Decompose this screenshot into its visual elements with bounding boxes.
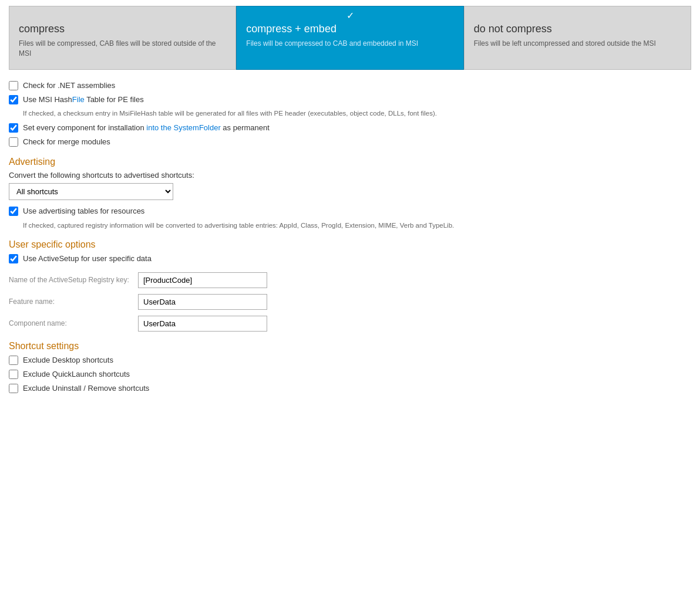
registry-key-input[interactable] [138,272,267,288]
compress-desc: Files will be compressed, CAB files will… [19,39,216,58]
checkmark-icon: ✓ [346,10,354,21]
compress-option[interactable]: compress Files will be compressed, CAB f… [9,6,236,70]
shortcut-settings-section: Shortcut settings Exclude Desktop shortc… [9,341,691,394]
advertising-tables-checkbox[interactable] [9,207,18,216]
exclude-desktop-label[interactable]: Exclude Desktop shortcuts [23,355,113,366]
registry-key-row: Name of the ActiveSetup Registry key: [9,272,691,288]
exclude-quicklaunch-row: Exclude QuickLaunch shortcuts [9,369,691,380]
msi-hash-hint: If checked, a checksum entry in MsiFileH… [23,109,691,118]
advertising-tables-hint: If checked, captured registry informatio… [23,221,691,230]
exclude-desktop-checkbox[interactable] [9,356,18,365]
merge-modules-checkbox[interactable] [9,137,18,147]
shortcuts-dropdown[interactable]: All shortcuts No shortcuts Start Menu sh… [9,183,173,200]
net-assemblies-row: Check for .NET assemblies [9,80,691,91]
compress-embed-desc: Files will be compressed to CAB and embe… [246,39,418,48]
active-setup-label[interactable]: Use ActiveSetup for user specific data [23,253,152,264]
advertising-tables-label[interactable]: Use advertising tables for resources [23,206,144,217]
system-folder-checkbox[interactable] [9,123,18,133]
exclude-uninstall-row: Exclude Uninstall / Remove shortcuts [9,383,691,394]
active-setup-row: Use ActiveSetup for user specific data [9,253,691,264]
component-name-row: Component name: [9,316,691,332]
compress-embed-option[interactable]: ✓ compress + embed Files will be compres… [236,6,463,70]
shortcuts-dropdown-row: All shortcuts No shortcuts Start Menu sh… [9,183,691,200]
exclude-uninstall-label[interactable]: Exclude Uninstall / Remove shortcuts [23,383,149,394]
do-not-compress-title: do not compress [474,23,681,35]
compress-embed-title: compress + embed [246,23,453,35]
active-setup-checkbox[interactable] [9,254,18,263]
compression-options: compress Files will be compressed, CAB f… [9,6,691,70]
feature-name-input[interactable] [138,294,267,310]
msi-hash-label[interactable]: Use MSI HashFile Table for PE files [23,94,144,105]
user-specific-section: User specific options Use ActiveSetup fo… [9,239,691,332]
exclude-desktop-row: Exclude Desktop shortcuts [9,355,691,366]
compress-title: compress [19,23,226,35]
advertising-tables-row: Use advertising tables for resources [9,206,691,217]
msi-hash-checkbox[interactable] [9,95,18,104]
component-name-input[interactable] [138,316,267,332]
net-assemblies-label[interactable]: Check for .NET assemblies [23,80,115,91]
merge-modules-label[interactable]: Check for merge modules [23,137,110,147]
net-assemblies-checkbox[interactable] [9,81,18,90]
do-not-compress-desc: Files will be left uncompressed and stor… [474,39,656,48]
component-name-label: Component name: [9,319,138,327]
do-not-compress-option[interactable]: do not compress Files will be left uncom… [464,6,691,70]
shortcut-settings-heading: Shortcut settings [9,341,691,351]
exclude-uninstall-checkbox[interactable] [9,384,18,393]
system-folder-label[interactable]: Set every component for installation int… [23,123,270,133]
exclude-quicklaunch-label[interactable]: Exclude QuickLaunch shortcuts [23,369,130,380]
advertising-heading: Advertising [9,157,691,167]
advertising-section: Advertising Convert the following shortc… [9,157,691,229]
system-folder-row: Set every component for installation int… [9,123,691,133]
feature-name-label: Feature name: [9,298,138,306]
feature-name-row: Feature name: [9,294,691,310]
advertising-sub: Convert the following shortcuts to adver… [9,171,691,180]
exclude-quicklaunch-checkbox[interactable] [9,370,18,379]
merge-modules-row: Check for merge modules [9,137,691,147]
user-specific-heading: User specific options [9,239,691,250]
registry-key-label: Name of the ActiveSetup Registry key: [9,276,138,284]
msi-hash-row: Use MSI HashFile Table for PE files [9,94,691,105]
file-options-section: Check for .NET assemblies Use MSI HashFi… [9,80,691,148]
